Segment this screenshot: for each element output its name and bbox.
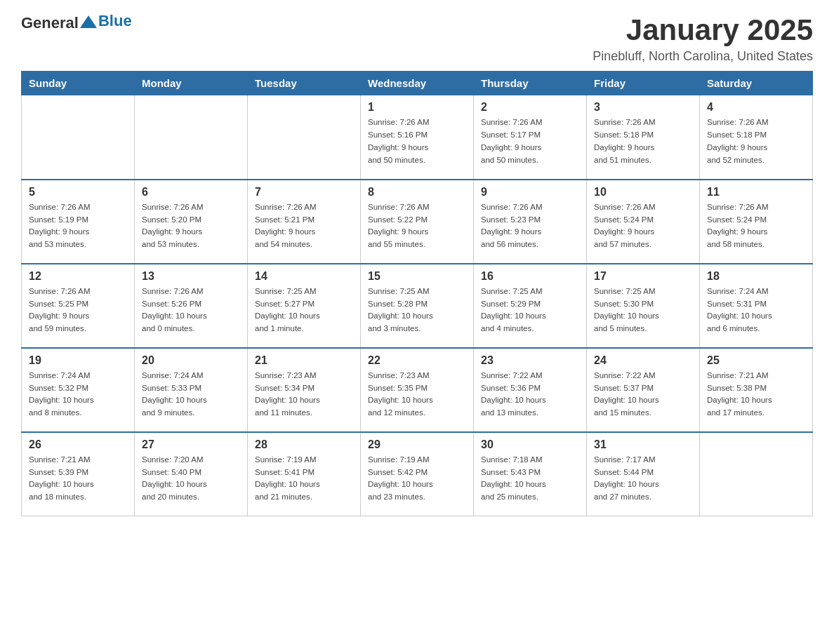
- day-info: Sunrise: 7:22 AM Sunset: 5:36 PM Dayligh…: [481, 370, 579, 420]
- day-info: Sunrise: 7:22 AM Sunset: 5:37 PM Dayligh…: [594, 370, 692, 420]
- day-info: Sunrise: 7:24 AM Sunset: 5:31 PM Dayligh…: [707, 286, 805, 335]
- day-number: 31: [594, 438, 692, 451]
- day-number: 9: [481, 186, 579, 199]
- calendar-cell: 24Sunrise: 7:22 AM Sunset: 5:37 PM Dayli…: [587, 348, 700, 432]
- calendar-cell: 25Sunrise: 7:21 AM Sunset: 5:38 PM Dayli…: [700, 348, 813, 432]
- calendar-cell: 5Sunrise: 7:26 AM Sunset: 5:19 PM Daylig…: [22, 180, 135, 264]
- day-number: 29: [368, 438, 466, 451]
- day-number: 19: [29, 354, 127, 367]
- day-number: 20: [142, 354, 240, 367]
- day-number: 2: [481, 101, 579, 114]
- calendar-cell: 13Sunrise: 7:26 AM Sunset: 5:26 PM Dayli…: [135, 264, 248, 348]
- day-info: Sunrise: 7:26 AM Sunset: 5:26 PM Dayligh…: [142, 286, 240, 335]
- calendar-cell: 30Sunrise: 7:18 AM Sunset: 5:43 PM Dayli…: [474, 432, 587, 516]
- weekday-header-tuesday: Tuesday: [248, 72, 361, 95]
- day-info: Sunrise: 7:20 AM Sunset: 5:40 PM Dayligh…: [142, 454, 240, 504]
- calendar-cell: 28Sunrise: 7:19 AM Sunset: 5:41 PM Dayli…: [248, 432, 361, 516]
- day-number: 13: [142, 270, 240, 283]
- day-number: 22: [368, 354, 466, 367]
- calendar-week-row-1: 1Sunrise: 7:26 AM Sunset: 5:16 PM Daylig…: [22, 95, 813, 180]
- month-title: January 2025: [593, 14, 813, 46]
- day-number: 5: [29, 186, 127, 199]
- calendar-cell: 19Sunrise: 7:24 AM Sunset: 5:32 PM Dayli…: [22, 348, 135, 432]
- logo-triangle-icon: [80, 15, 97, 28]
- day-info: Sunrise: 7:26 AM Sunset: 5:24 PM Dayligh…: [707, 201, 805, 251]
- day-number: 4: [707, 101, 805, 114]
- day-number: 15: [368, 270, 466, 283]
- calendar-cell: [700, 432, 813, 516]
- calendar-cell: 15Sunrise: 7:25 AM Sunset: 5:28 PM Dayli…: [361, 264, 474, 348]
- calendar-cell: 7Sunrise: 7:26 AM Sunset: 5:21 PM Daylig…: [248, 180, 361, 264]
- calendar-cell: 6Sunrise: 7:26 AM Sunset: 5:20 PM Daylig…: [135, 180, 248, 264]
- weekday-header-thursday: Thursday: [474, 72, 587, 95]
- calendar-week-row-5: 26Sunrise: 7:21 AM Sunset: 5:39 PM Dayli…: [22, 432, 813, 516]
- calendar-cell: 17Sunrise: 7:25 AM Sunset: 5:30 PM Dayli…: [587, 264, 700, 348]
- day-number: 30: [481, 438, 579, 451]
- location-title: Pinebluff, North Carolina, United States: [593, 49, 813, 64]
- calendar-cell: 21Sunrise: 7:23 AM Sunset: 5:34 PM Dayli…: [248, 348, 361, 432]
- calendar-cell: 10Sunrise: 7:26 AM Sunset: 5:24 PM Dayli…: [587, 180, 700, 264]
- calendar-cell: 29Sunrise: 7:19 AM Sunset: 5:42 PM Dayli…: [361, 432, 474, 516]
- day-info: Sunrise: 7:26 AM Sunset: 5:17 PM Dayligh…: [481, 116, 579, 166]
- calendar-table: SundayMondayTuesdayWednesdayThursdayFrid…: [21, 71, 813, 516]
- day-info: Sunrise: 7:25 AM Sunset: 5:29 PM Dayligh…: [481, 286, 579, 335]
- day-number: 25: [707, 354, 805, 367]
- calendar-cell: 20Sunrise: 7:24 AM Sunset: 5:33 PM Dayli…: [135, 348, 248, 432]
- weekday-header-sunday: Sunday: [22, 72, 135, 95]
- weekday-header-monday: Monday: [135, 72, 248, 95]
- day-number: 3: [594, 101, 692, 114]
- day-number: 27: [142, 438, 240, 451]
- day-number: 26: [29, 438, 127, 451]
- calendar-cell: 27Sunrise: 7:20 AM Sunset: 5:40 PM Dayli…: [135, 432, 248, 516]
- day-number: 12: [29, 270, 127, 283]
- calendar-cell: 12Sunrise: 7:26 AM Sunset: 5:25 PM Dayli…: [22, 264, 135, 348]
- day-number: 7: [255, 186, 353, 199]
- day-info: Sunrise: 7:19 AM Sunset: 5:41 PM Dayligh…: [255, 454, 353, 504]
- day-info: Sunrise: 7:26 AM Sunset: 5:25 PM Dayligh…: [29, 286, 127, 335]
- weekday-header-row: SundayMondayTuesdayWednesdayThursdayFrid…: [22, 72, 813, 95]
- day-info: Sunrise: 7:25 AM Sunset: 5:28 PM Dayligh…: [368, 286, 466, 335]
- day-number: 11: [707, 186, 805, 199]
- calendar-cell: 18Sunrise: 7:24 AM Sunset: 5:31 PM Dayli…: [700, 264, 813, 348]
- day-info: Sunrise: 7:21 AM Sunset: 5:38 PM Dayligh…: [707, 370, 805, 420]
- title-block: January 2025 Pinebluff, North Carolina, …: [593, 14, 813, 64]
- day-info: Sunrise: 7:26 AM Sunset: 5:19 PM Dayligh…: [29, 201, 127, 251]
- calendar-cell: 4Sunrise: 7:26 AM Sunset: 5:18 PM Daylig…: [700, 95, 813, 180]
- day-info: Sunrise: 7:26 AM Sunset: 5:22 PM Dayligh…: [368, 201, 466, 251]
- calendar-cell: 23Sunrise: 7:22 AM Sunset: 5:36 PM Dayli…: [474, 348, 587, 432]
- calendar-cell: 26Sunrise: 7:21 AM Sunset: 5:39 PM Dayli…: [22, 432, 135, 516]
- day-number: 1: [368, 101, 466, 114]
- logo-text-general: General: [21, 14, 79, 32]
- logo: General Blue: [21, 14, 132, 32]
- day-info: Sunrise: 7:23 AM Sunset: 5:35 PM Dayligh…: [368, 370, 466, 420]
- day-info: Sunrise: 7:24 AM Sunset: 5:32 PM Dayligh…: [29, 370, 127, 420]
- day-number: 21: [255, 354, 353, 367]
- day-info: Sunrise: 7:24 AM Sunset: 5:33 PM Dayligh…: [142, 370, 240, 420]
- calendar-cell: 11Sunrise: 7:26 AM Sunset: 5:24 PM Dayli…: [700, 180, 813, 264]
- day-number: 24: [594, 354, 692, 367]
- calendar-cell: 2Sunrise: 7:26 AM Sunset: 5:17 PM Daylig…: [474, 95, 587, 180]
- day-number: 8: [368, 186, 466, 199]
- day-number: 16: [481, 270, 579, 283]
- day-info: Sunrise: 7:26 AM Sunset: 5:23 PM Dayligh…: [481, 201, 579, 251]
- day-info: Sunrise: 7:17 AM Sunset: 5:44 PM Dayligh…: [594, 454, 692, 504]
- day-number: 28: [255, 438, 353, 451]
- calendar-cell: 16Sunrise: 7:25 AM Sunset: 5:29 PM Dayli…: [474, 264, 587, 348]
- calendar-week-row-4: 19Sunrise: 7:24 AM Sunset: 5:32 PM Dayli…: [22, 348, 813, 432]
- logo-text-blue: Blue: [98, 12, 132, 29]
- day-info: Sunrise: 7:25 AM Sunset: 5:30 PM Dayligh…: [594, 286, 692, 335]
- day-info: Sunrise: 7:26 AM Sunset: 5:16 PM Dayligh…: [368, 116, 466, 166]
- day-number: 6: [142, 186, 240, 199]
- calendar-cell: 9Sunrise: 7:26 AM Sunset: 5:23 PM Daylig…: [474, 180, 587, 264]
- day-number: 23: [481, 354, 579, 367]
- day-info: Sunrise: 7:26 AM Sunset: 5:24 PM Dayligh…: [594, 201, 692, 251]
- day-info: Sunrise: 7:18 AM Sunset: 5:43 PM Dayligh…: [481, 454, 579, 504]
- calendar-cell: 14Sunrise: 7:25 AM Sunset: 5:27 PM Dayli…: [248, 264, 361, 348]
- day-info: Sunrise: 7:23 AM Sunset: 5:34 PM Dayligh…: [255, 370, 353, 420]
- calendar-cell: [248, 95, 361, 180]
- calendar-week-row-2: 5Sunrise: 7:26 AM Sunset: 5:19 PM Daylig…: [22, 180, 813, 264]
- day-info: Sunrise: 7:21 AM Sunset: 5:39 PM Dayligh…: [29, 454, 127, 504]
- day-info: Sunrise: 7:26 AM Sunset: 5:18 PM Dayligh…: [707, 116, 805, 166]
- calendar-cell: 22Sunrise: 7:23 AM Sunset: 5:35 PM Dayli…: [361, 348, 474, 432]
- day-number: 14: [255, 270, 353, 283]
